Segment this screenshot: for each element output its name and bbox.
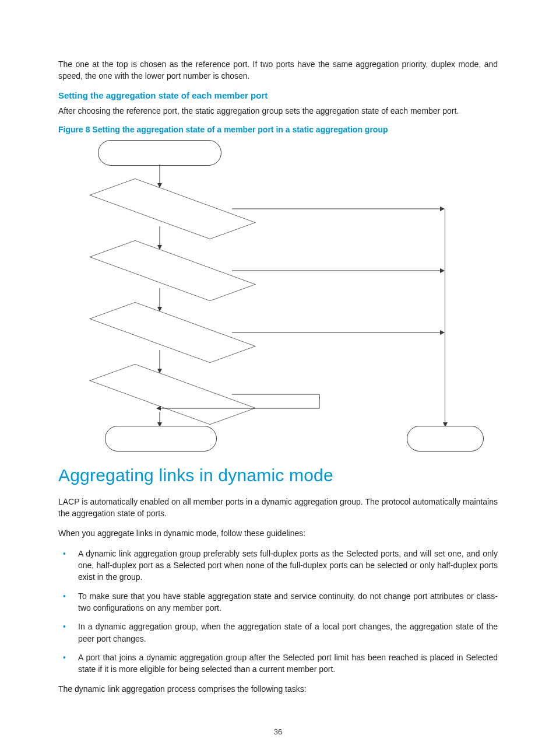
svg-marker-3 (440, 206, 445, 211)
arrow (157, 350, 163, 373)
arrow (157, 226, 163, 250)
bullet-list: A dynamic link aggregation group prefera… (58, 548, 498, 676)
paragraph-intro: The one at the top is chosen as the refe… (58, 58, 498, 82)
connector (232, 330, 445, 335)
arrow (157, 288, 163, 312)
connector-vertical (445, 209, 445, 422)
svg-marker-19 (156, 406, 161, 411)
flowchart (92, 140, 465, 449)
svg-marker-7 (440, 268, 445, 273)
paragraph-dyn3: The dynamic link aggregation process com… (58, 683, 498, 695)
flow-start (98, 140, 221, 166)
paragraph-sub: After choosing the reference port, the s… (58, 105, 498, 117)
paragraph-dyn2: When you aggregate links in dynamic mode… (58, 527, 498, 539)
arrow (157, 164, 163, 188)
figure-caption: Figure 8 Setting the aggregation state o… (58, 125, 498, 134)
connector (232, 268, 445, 274)
connector (232, 206, 445, 212)
paragraph-dyn1: LACP is automatically enabled on all mem… (58, 496, 498, 520)
section-heading-dynamic: Aggregating links in dynamic mode (58, 466, 498, 485)
flow-end-left (105, 426, 217, 452)
subheading-setting-state: Setting the aggregation state of each me… (58, 90, 498, 100)
flow-decision-2 (89, 240, 256, 301)
list-item: A port that joins a dynamic aggregation … (58, 652, 498, 676)
list-item: To make sure that you have stable aggreg… (58, 590, 498, 614)
flow-decision-1 (89, 178, 256, 239)
arrow (442, 414, 448, 427)
flow-decision-3 (89, 302, 256, 363)
page: The one at the top is chosen as the refe… (0, 0, 556, 756)
list-item: A dynamic link aggregation group prefera… (58, 548, 498, 583)
svg-marker-11 (440, 330, 445, 335)
page-number: 36 (0, 727, 556, 736)
flow-end-right (407, 426, 484, 452)
arrow (157, 412, 163, 427)
list-item: In a dynamic aggregation group, when the… (58, 621, 498, 645)
